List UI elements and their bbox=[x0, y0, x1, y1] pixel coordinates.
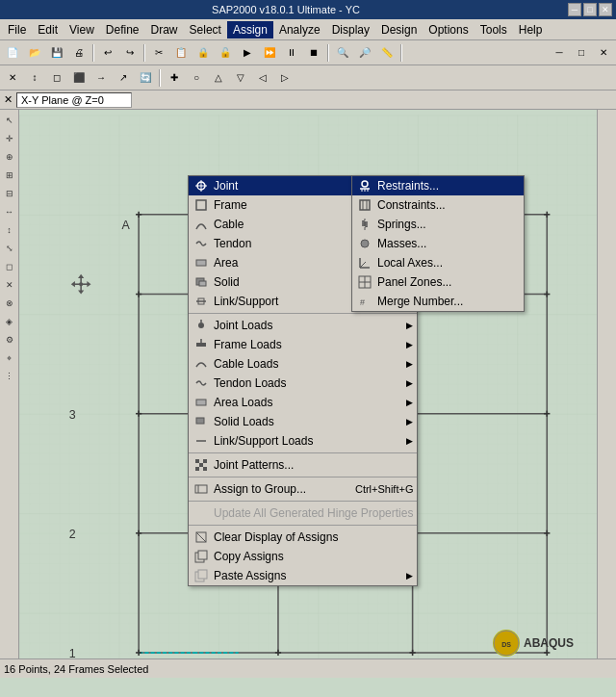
tb2-btn13[interactable]: ▷ bbox=[274, 68, 295, 88]
localaxes-label: Local Axes... bbox=[377, 256, 520, 270]
window-close1[interactable]: ✕ bbox=[593, 43, 614, 63]
undo-button[interactable]: ↩ bbox=[97, 43, 118, 63]
print-button[interactable]: 🖨 bbox=[68, 43, 90, 63]
menu-select[interactable]: Select bbox=[184, 21, 227, 39]
submenu-panelzones[interactable]: Panel Zones... bbox=[352, 272, 524, 292]
menu-copy[interactable]: Copy Assigns bbox=[189, 547, 417, 566]
tb2-btn10[interactable]: △ bbox=[208, 68, 229, 88]
menu-aloads[interactable]: Area Loads ▶ bbox=[189, 393, 417, 412]
menu-assign[interactable]: Assign bbox=[227, 21, 273, 39]
tb-btn11[interactable]: 🔍 bbox=[332, 43, 353, 63]
tb-btn8[interactable]: ⏩ bbox=[259, 43, 280, 63]
left-btn-5[interactable]: ⊟ bbox=[1, 185, 18, 202]
submenu-restraints[interactable]: Restraints... bbox=[352, 176, 524, 195]
left-btn-8[interactable]: ⤡ bbox=[1, 240, 18, 257]
maximize-button[interactable]: □ bbox=[583, 3, 597, 16]
left-btn-11[interactable]: ⊗ bbox=[1, 295, 18, 312]
menu-edit[interactable]: Edit bbox=[32, 21, 64, 39]
tb-btn4[interactable]: 📋 bbox=[170, 43, 192, 63]
tb-btn7[interactable]: ▶ bbox=[237, 43, 258, 63]
menu-file[interactable]: File bbox=[2, 21, 32, 39]
menu-jloads[interactable]: Joint Loads ▶ bbox=[189, 316, 417, 335]
svg-text:A: A bbox=[122, 219, 131, 232]
cable-icon bbox=[192, 217, 210, 232]
redo-button[interactable]: ↪ bbox=[119, 43, 141, 63]
left-btn-1[interactable]: ↖ bbox=[1, 112, 18, 129]
left-btn-14[interactable]: ⌖ bbox=[1, 349, 18, 367]
menu-analyze[interactable]: Analyze bbox=[273, 21, 326, 39]
constraints-icon bbox=[356, 197, 373, 213]
submenu-localaxes[interactable]: Local Axes... bbox=[352, 253, 524, 272]
menu-help[interactable]: Help bbox=[513, 21, 549, 39]
svg-rect-71 bbox=[196, 200, 206, 210]
tb2-btn2[interactable]: ↕ bbox=[24, 68, 45, 88]
sep1 bbox=[92, 44, 94, 62]
tb2-btn7[interactable]: 🔄 bbox=[135, 68, 156, 88]
menu-display[interactable]: Display bbox=[326, 21, 375, 39]
tb2-btn5[interactable]: → bbox=[90, 68, 112, 88]
tb2-btn3[interactable]: ◻ bbox=[46, 68, 67, 88]
hinge-label: Update All Generated Hinge Properties bbox=[214, 506, 413, 520]
tb-btn9[interactable]: ⏸ bbox=[281, 43, 302, 63]
tb-btn3[interactable]: ✂ bbox=[148, 43, 169, 63]
tb2-btn4[interactable]: ⬛ bbox=[68, 68, 90, 88]
tb-btn5[interactable]: 🔒 bbox=[192, 43, 214, 63]
tb2-btn9[interactable]: ○ bbox=[186, 68, 207, 88]
tloads-arrow: ▶ bbox=[406, 378, 413, 388]
toolbar-1: 📄 📂 💾 🖨 ↩ ↪ ✂ 📋 🔒 🔓 ▶ ⏩ ⏸ ⏹ 🔍 🔎 📏 ─ □ ✕ bbox=[0, 40, 616, 65]
menu-view[interactable]: View bbox=[64, 21, 100, 39]
tb2-btn8[interactable]: ✚ bbox=[164, 68, 185, 88]
left-btn-7[interactable]: ↕ bbox=[1, 221, 18, 239]
tb-btn13[interactable]: 📏 bbox=[376, 43, 398, 63]
menu-draw[interactable]: Draw bbox=[145, 21, 184, 39]
left-btn-3[interactable]: ⊕ bbox=[1, 148, 18, 166]
close-button[interactable]: ✕ bbox=[599, 3, 612, 16]
sep4 bbox=[400, 44, 402, 62]
svg-point-97 bbox=[362, 181, 368, 187]
menu-paste[interactable]: Paste Assigns ▶ bbox=[189, 566, 417, 585]
window-max1[interactable]: □ bbox=[571, 43, 592, 63]
left-btn-10[interactable]: ✕ bbox=[1, 276, 18, 294]
save-button[interactable]: 💾 bbox=[46, 43, 67, 63]
menu-cloads[interactable]: Cable Loads ▶ bbox=[189, 354, 417, 374]
submenu-springs[interactable]: Springs... bbox=[352, 215, 524, 234]
menu-options[interactable]: Options bbox=[423, 21, 474, 39]
submenu-mergenumber[interactable]: # Merge Number... bbox=[352, 292, 524, 311]
left-btn-9[interactable]: ◻ bbox=[1, 258, 18, 275]
left-btn-15[interactable]: ⋮ bbox=[1, 368, 18, 385]
tb2-btn12[interactable]: ◁ bbox=[252, 68, 273, 88]
new-button[interactable]: 📄 bbox=[2, 43, 23, 63]
link-icon bbox=[192, 294, 210, 309]
localaxes-icon bbox=[356, 255, 373, 271]
coord-label[interactable]: X-Y Plane @ Z=0 bbox=[16, 92, 132, 108]
menu-agroup[interactable]: Assign to Group... Ctrl+Shift+G bbox=[189, 479, 417, 499]
menu-tools[interactable]: Tools bbox=[475, 21, 513, 39]
menu-clear[interactable]: Clear Display of Assigns bbox=[189, 528, 417, 547]
left-btn-2[interactable]: ✛ bbox=[1, 130, 18, 147]
submenu-constraints[interactable]: Constraints... bbox=[352, 195, 524, 215]
tb2-btn11[interactable]: ▽ bbox=[230, 68, 251, 88]
submenu-masses[interactable]: Masses... bbox=[352, 234, 524, 253]
left-btn-6[interactable]: ↔ bbox=[1, 203, 18, 220]
menu-floads[interactable]: Frame Loads ▶ bbox=[189, 335, 417, 354]
tb2-btn6[interactable]: ↗ bbox=[113, 68, 134, 88]
menu-lsloads[interactable]: Link/Support Loads ▶ bbox=[189, 431, 417, 451]
tb-btn12[interactable]: 🔎 bbox=[354, 43, 375, 63]
masses-label: Masses... bbox=[377, 237, 520, 250]
menu-sloads[interactable]: Solid Loads ▶ bbox=[189, 412, 417, 431]
tb-btn6[interactable]: 🔓 bbox=[215, 43, 236, 63]
menu-design[interactable]: Design bbox=[375, 21, 423, 39]
minimize-button[interactable]: ─ bbox=[568, 3, 581, 16]
menu-jpat[interactable]: Joint Patterns... bbox=[189, 455, 417, 475]
svg-rect-88 bbox=[203, 467, 207, 471]
menu-define[interactable]: Define bbox=[100, 21, 145, 39]
left-btn-13[interactable]: ⚙ bbox=[1, 331, 18, 348]
window-min1[interactable]: ─ bbox=[549, 43, 570, 63]
tb2-btn1[interactable]: ✕ bbox=[2, 68, 23, 88]
tb-btn10[interactable]: ⏹ bbox=[303, 43, 324, 63]
svg-rect-94 bbox=[198, 551, 207, 559]
left-btn-12[interactable]: ◈ bbox=[1, 313, 18, 330]
open-button[interactable]: 📂 bbox=[24, 43, 45, 63]
menu-tloads[interactable]: Tendon Loads ▶ bbox=[189, 374, 417, 393]
left-btn-4[interactable]: ⊞ bbox=[1, 167, 18, 184]
